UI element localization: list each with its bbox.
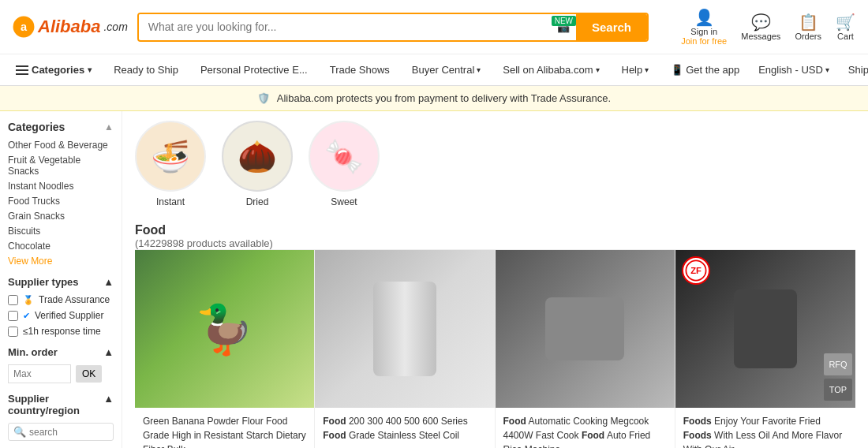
- product-card-3[interactable]: Food Automatic Cooking Megcook 4400W Fas…: [496, 250, 675, 448]
- trade-assurance-filter[interactable]: 🏅 Trade Assurance: [8, 294, 114, 305]
- product-bold-food-3: Food: [503, 416, 526, 427]
- svg-text:ZF: ZF: [690, 266, 702, 275]
- country-search-input[interactable]: [29, 427, 108, 438]
- product-bold-food-2: Food: [323, 416, 346, 427]
- nav-sell[interactable]: Sell on Alibaba.com ▾: [499, 64, 602, 76]
- sidebar-item-view-more[interactable]: View More: [8, 256, 114, 267]
- nav-get-app[interactable]: 📱 Get the app: [668, 64, 743, 76]
- nav-personal-protective[interactable]: Personal Protective E...: [197, 64, 311, 76]
- product-card-1[interactable]: 🦆 Green Banana Powder Flour Food Grade H…: [135, 250, 315, 448]
- nav-ship-to[interactable]: Ship to: 🇮🇳 ▾: [845, 64, 868, 76]
- user-icon: 👤: [694, 8, 714, 27]
- product-image-2: [315, 250, 494, 408]
- logo-icon: a: [13, 16, 35, 38]
- sidebar-item-fruit-veg[interactable]: Fruit & Vegetable Snacks: [8, 155, 114, 177]
- instant-label: Instant: [156, 196, 185, 207]
- sidebar: Categories ▲ Other Food & Beverage Fruit…: [0, 111, 122, 448]
- category-images-row: 🍜 Instant 🌰 Dried 🍬 Sweet: [135, 121, 855, 207]
- buyer-central-chevron: ▾: [477, 65, 481, 74]
- section-title: Food (14229898 products available): [135, 223, 855, 249]
- category-sweet[interactable]: 🍬 Sweet: [309, 121, 380, 207]
- nav-ready-to-ship[interactable]: Ready to Ship: [110, 64, 181, 76]
- trade-banner: 🛡️ Alibaba.com protects you from payment…: [0, 86, 868, 111]
- messages-icon: 💬: [751, 13, 771, 32]
- categories-chevron: ▾: [88, 65, 92, 74]
- header-right: 👤 Sign in Join for free 💬 Messages 📋 Ord…: [658, 8, 855, 46]
- search-bar: 📷 NEW Search: [137, 13, 649, 42]
- messages-group[interactable]: 💬 Messages: [741, 13, 780, 41]
- svg-text:a: a: [21, 21, 28, 33]
- dried-emoji: 🌰: [238, 138, 277, 175]
- scroll-buttons: RFQ TOP: [824, 353, 852, 401]
- trade-assurance-checkbox[interactable]: [8, 295, 18, 305]
- cart-icon: 🛒: [836, 13, 855, 32]
- product-card-2[interactable]: Food 200 300 400 500 600 Series Food Gra…: [315, 250, 495, 448]
- product-image-3: [496, 250, 675, 408]
- response-time-filter[interactable]: ≤1h response time: [8, 326, 114, 337]
- country-search-bar: 🔍: [8, 423, 114, 441]
- search-button[interactable]: Search: [576, 14, 647, 40]
- sweet-label: Sweet: [331, 196, 357, 207]
- main-layout: Categories ▲ Other Food & Beverage Fruit…: [0, 111, 868, 448]
- supplier-types-title: Supplier types ▲: [8, 276, 114, 288]
- rfq-button[interactable]: RFQ: [824, 353, 852, 375]
- product-bold-food-auto-3: Food: [582, 430, 604, 441]
- steel-roll-visual: [373, 282, 436, 376]
- search-input[interactable]: [139, 14, 551, 39]
- sweet-image: 🍬: [309, 121, 380, 192]
- verified-supplier-label: Verified Supplier: [35, 310, 103, 321]
- category-instant[interactable]: 🍜 Instant: [135, 121, 206, 207]
- orders-group[interactable]: 📋 Orders: [795, 13, 821, 41]
- sell-chevron: ▾: [596, 65, 600, 74]
- nav-language[interactable]: English - USD ▾: [755, 64, 832, 76]
- trade-assurance-label: Trade Assurance: [39, 294, 110, 305]
- messages-label: Messages: [741, 32, 780, 41]
- shield-icon: 🛡️: [257, 92, 270, 104]
- min-order-input[interactable]: [8, 364, 71, 383]
- country-search-icon: 🔍: [13, 426, 26, 438]
- product-bold-foods-4: Foods: [683, 416, 712, 427]
- logo-suffix: .com: [103, 21, 127, 33]
- response-time-checkbox[interactable]: [8, 327, 18, 337]
- logo-text: Alibaba: [38, 17, 100, 37]
- supplier-country-arrow[interactable]: ▲: [103, 393, 114, 416]
- top-button[interactable]: TOP: [824, 379, 852, 401]
- nav-buyer-central[interactable]: Buyer Central ▾: [409, 64, 484, 76]
- trade-assurance-icon: 🏅: [23, 295, 34, 305]
- min-order-section: Min. order ▲ OK: [8, 346, 114, 383]
- orders-icon: 📋: [799, 13, 818, 32]
- product-desc-2: Food 200 300 400 500 600 Series Food Gra…: [315, 408, 494, 448]
- verified-icon: ✔: [23, 311, 30, 321]
- nav-trade-shows[interactable]: Trade Shows: [327, 64, 393, 76]
- product-desc-4: Foods Enjoy Your Favorite Fried Foods Wi…: [675, 408, 855, 448]
- sign-in-group[interactable]: 👤 Sign in Join for free: [681, 8, 727, 46]
- brand-logo-icon: ZF: [685, 259, 707, 282]
- cart-group[interactable]: 🛒 Cart: [836, 13, 855, 41]
- verified-supplier-filter[interactable]: ✔ Verified Supplier: [8, 310, 114, 321]
- nav-help[interactable]: Help ▾: [619, 64, 653, 76]
- min-order-arrow[interactable]: ▲: [103, 346, 114, 358]
- sidebar-item-food-trucks[interactable]: Food Trucks: [8, 196, 114, 207]
- sidebar-item-chocolate[interactable]: Chocolate: [8, 241, 114, 252]
- hamburger-icon: [16, 65, 28, 75]
- sidebar-item-grain-snacks[interactable]: Grain Snacks: [8, 211, 114, 222]
- category-dried[interactable]: 🌰 Dried: [222, 121, 293, 207]
- min-order-title: Min. order ▲: [8, 346, 114, 358]
- verified-supplier-checkbox[interactable]: [8, 311, 18, 321]
- supplier-country-section: Supplier country/region ▲ 🔍 Austria Chin…: [8, 393, 114, 448]
- sidebar-item-biscuits[interactable]: Biscuits: [8, 226, 114, 237]
- nav-right: 📱 Get the app English - USD ▾ Ship to: 🇮…: [668, 64, 868, 76]
- product-bold-food-grade-2: Food: [323, 430, 346, 441]
- sidebar-item-instant-noodles[interactable]: Instant Noodles: [8, 181, 114, 192]
- min-order-ok-button[interactable]: OK: [76, 365, 102, 383]
- cart-label: Cart: [837, 32, 854, 41]
- nav-bar: Categories ▾ Ready to Ship Personal Prot…: [0, 54, 868, 86]
- sidebar-item-other-food[interactable]: Other Food & Beverage: [8, 140, 114, 151]
- nav-categories[interactable]: Categories ▾: [13, 64, 95, 76]
- categories-collapse-arrow[interactable]: ▲: [104, 121, 114, 133]
- logo[interactable]: a Alibaba .com: [13, 16, 128, 38]
- supplier-types-arrow[interactable]: ▲: [103, 276, 114, 288]
- product-card-4[interactable]: ZF Foods Enjoy Your Favorite Fried Foods…: [675, 250, 855, 448]
- language-chevron: ▾: [825, 65, 829, 74]
- banana-powder-visual: 🦆: [195, 301, 254, 357]
